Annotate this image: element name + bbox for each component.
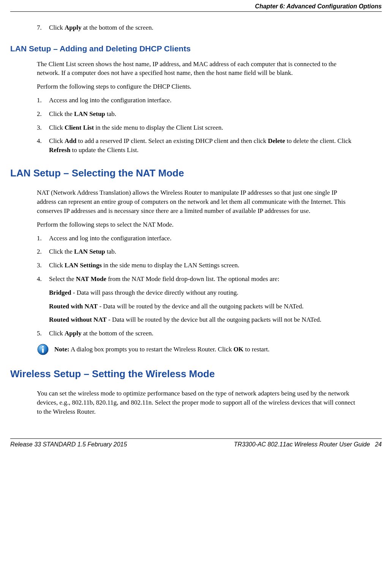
svg-rect-2 [42,348,44,353]
step-text: Click Apply at the bottom of the screen. [49,329,355,338]
step-text: Select the NAT Mode from the NAT Mode fi… [49,275,355,284]
body-text: Perform the following steps to select th… [37,220,355,229]
list-item: 5. Click Apply at the bottom of the scre… [37,329,355,338]
list-item: 2. Click the LAN Setup tab. [37,110,355,119]
mode-option: Bridged - Data will pass through the dev… [49,288,355,297]
chapter-title: Chapter 6: Advanced Configuration Option… [255,3,382,10]
list-item: 4. Click Add to add a reserved IP client… [37,137,355,155]
list-item: 7. Click Apply at the bottom of the scre… [37,23,355,32]
note-text: Note: A dialog box prompts you to restar… [54,345,270,354]
step-number: 5. [37,329,49,338]
mode-option: Routed without NAT - Data will be routed… [49,315,355,324]
info-icon [37,343,49,356]
page-header: Chapter 6: Advanced Configuration Option… [10,0,382,12]
section-heading-wireless: Wireless Setup – Setting the Wireless Mo… [10,367,355,381]
step-text: Click Add to add a reserved IP client. S… [49,137,355,155]
body-text: Perform the following steps to configure… [37,82,355,91]
step-number: 3. [37,123,49,132]
footer-release: Release 33 STANDARD 1.5 February 2015 [10,440,127,449]
step-text: Click Apply at the bottom of the screen. [49,23,355,32]
step-text: Click the LAN Setup tab. [49,110,355,119]
step-number: 4. [37,275,49,284]
step-text: Click the LAN Setup tab. [49,247,355,256]
step-text: Access and log into the configuration in… [49,234,355,243]
mode-option: Routed with NAT - Data will be routed by… [49,302,355,311]
list-item: 1. Access and log into the configuration… [37,96,355,105]
list-item: 1. Access and log into the configuration… [37,234,355,243]
footer-title-page: TR3300-AC 802.11ac Wireless Router User … [234,440,382,449]
body-text: NAT (Network Address Translation) allows… [37,188,355,215]
step-number: 2. [37,110,49,119]
list-item: 4. Select the NAT Mode from the NAT Mode… [37,275,355,284]
step-text: Click Client List in the side menu to di… [49,123,355,132]
step-number: 4. [37,137,49,155]
step-text: Access and log into the configuration in… [49,96,355,105]
step-text: Click LAN Settings in the side menu to d… [49,261,355,270]
list-item: 3. Click LAN Settings in the side menu t… [37,261,355,270]
svg-point-1 [42,346,44,348]
step-number: 2. [37,247,49,256]
step-number: 7. [37,23,49,32]
section-heading-nat: LAN Setup – Selecting the NAT Mode [10,166,355,180]
page-content: 7. Click Apply at the bottom of the scre… [10,12,382,428]
section-heading-dhcp: LAN Setup – Adding and Deleting DHCP Cli… [10,43,355,54]
step-number: 1. [37,96,49,105]
page-footer: Release 33 STANDARD 1.5 February 2015 TR… [10,438,382,449]
body-text: The Client List screen shows the host na… [37,60,355,78]
list-item: 2. Click the LAN Setup tab. [37,247,355,256]
list-item: 3. Click Client List in the side menu to… [37,123,355,132]
note-callout: Note: A dialog box prompts you to restar… [37,343,355,356]
body-text: You can set the wireless mode to optimiz… [37,389,355,416]
step-number: 1. [37,234,49,243]
step-number: 3. [37,261,49,270]
